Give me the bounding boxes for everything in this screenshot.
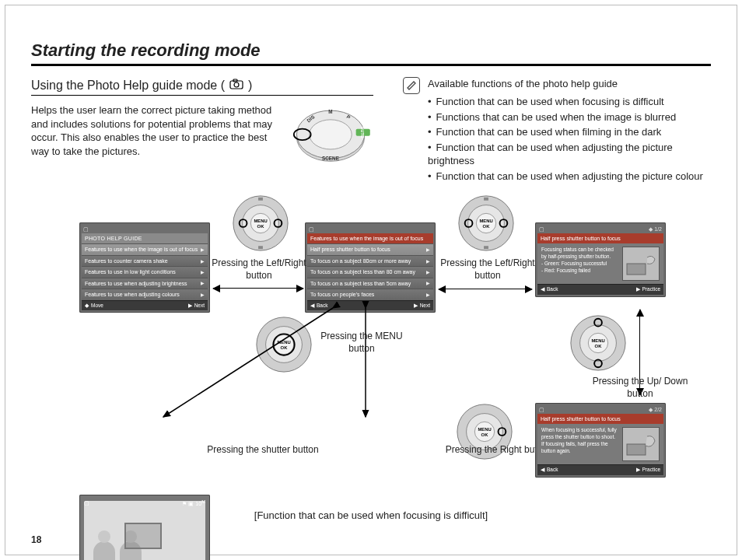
svg-rect-31 (627, 264, 646, 275)
bullet-item: Function that can be used when adjusting… (428, 170, 711, 184)
arrow-diagonal-icon (148, 300, 350, 425)
label-shutter: Pressing the shutter button (201, 443, 325, 456)
menu-dial-icon: MENUOK (568, 313, 628, 373)
text-line: - Green: Focusing successful (541, 261, 618, 268)
svg-text:AUTO: AUTO (360, 127, 365, 138)
flow-diagram: MENUOK MENUOK ▢ PHOTO HELP GUIDE Feature… (31, 199, 711, 526)
menu-dial-icon: MENUOK (456, 193, 516, 254)
list-item: Half press shutter button to focus▶ (307, 243, 433, 254)
label-up-down: Pressing the Up/ Down button (590, 375, 691, 400)
svg-text:MENU: MENU (591, 338, 604, 343)
list-item: Features to use when adjusting colours▶ (82, 289, 208, 299)
svg-text:OK: OK (595, 343, 603, 348)
arrow-diagonal-icon (342, 300, 451, 425)
note-bullets: Function that can be used when focusing … (428, 95, 711, 183)
mode-dial-illustration: M P DIS SCENE AUTO (288, 103, 373, 164)
svg-rect-30 (484, 246, 488, 249)
list-item: To focus on people's faces▶ (307, 289, 433, 299)
guide-mode-icon (229, 77, 243, 94)
text-line: - Red: Focusing failed (541, 268, 618, 275)
svg-text:M: M (328, 109, 332, 114)
svg-rect-20 (258, 197, 263, 200)
lcd-title: PHOTO HELP GUIDE (82, 233, 208, 243)
bullet-item: Functions that can be used when the imag… (428, 110, 711, 124)
list-item: Features to use when adjusting brightnes… (82, 278, 208, 289)
bullet-item: Function that can be used when adjusting… (428, 141, 711, 168)
svg-rect-21 (258, 246, 263, 249)
menu-dial-icon: MENUOK (230, 193, 291, 254)
double-arrow-icon (439, 289, 532, 289)
page-number: 18 (31, 534, 41, 546)
svg-text:OK: OK (257, 223, 265, 228)
label-left-right: Pressing the Left/Right button (208, 257, 310, 282)
section-heading: Using the Photo Help guide mode ( ) (31, 77, 373, 96)
lcd-guide-page2: ▢◆ 2/2 Half press shutter button to focu… (535, 403, 666, 478)
guide-mode-icon: ▢ (83, 226, 89, 233)
list-item: To focus on a subject less than 80 cm aw… (307, 266, 433, 277)
svg-point-5 (310, 120, 352, 149)
lcd-footer: ◀ Back ▶ Practice (537, 284, 663, 295)
lcd-footer: ◀ Back ▶ Practice (537, 464, 663, 475)
label-left-right: Pressing the Left/Right button (437, 257, 538, 282)
note-icon (403, 77, 420, 94)
page-title: Starting the recording mode (31, 39, 711, 66)
list-item: To focus on a subject less than 5cm away… (307, 278, 433, 289)
svg-text:SCENE: SCENE (322, 156, 339, 161)
double-arrow-icon (213, 288, 303, 289)
text-line: press the shutter button to shoot. (541, 434, 618, 441)
text-line: button again. (541, 448, 618, 455)
section-heading-text: Using the Photo Help guide mode ( (31, 77, 225, 94)
svg-text:MENU: MENU (254, 219, 267, 223)
lcd-title: Features to use when the image is out of… (307, 233, 433, 243)
intro-paragraph: Helps the user learn the correct picture… (31, 103, 278, 164)
lcd-photo-result: ▢⚑ ▣ 10M MENUGuide list (79, 495, 210, 560)
svg-text:OK: OK (481, 432, 489, 436)
lcd-title: Half press shutter button to focus (537, 233, 663, 243)
text-line: by half-pressing shutter button. (541, 254, 618, 261)
lcd-title: Half press shutter button to focus (537, 414, 663, 424)
note-title: Available functions of the photo help gu… (428, 77, 711, 91)
bullet-item: Function that can be used when focusing … (428, 95, 711, 109)
svg-text:MENU: MENU (478, 427, 491, 432)
illustration-thumb (622, 247, 660, 281)
svg-text:OK: OK (483, 223, 491, 228)
svg-text:MENU: MENU (479, 219, 492, 223)
svg-line-45 (163, 308, 333, 417)
two-column-intro: Using the Photo Help guide mode ( ) Help… (31, 77, 711, 185)
list-item: Features to counter camera shake▶ (82, 255, 208, 266)
svg-rect-29 (484, 197, 488, 200)
svg-point-2 (234, 82, 239, 87)
svg-rect-53 (627, 444, 646, 455)
list-item: Features to use when the image is out of… (82, 243, 208, 254)
text-line: Focusing status can be checked (541, 247, 618, 254)
illustration-thumb (622, 427, 660, 461)
text-line: When focusing is successful, fully (541, 427, 618, 434)
section-heading-close: ) (248, 77, 252, 94)
flow-caption: [Function that can be used when focusing… (31, 509, 711, 523)
list-item: To focus on a subject 80cm or more away▶ (307, 255, 433, 266)
text-line: If focusing fails, half press the (541, 441, 618, 448)
lcd-guide-page1: ▢◆ 1/2 Half press shutter button to focu… (535, 222, 666, 298)
list-item: Features to use in low light conditions▶ (82, 266, 208, 277)
bullet-item: Function that can be used when filming i… (428, 125, 711, 139)
